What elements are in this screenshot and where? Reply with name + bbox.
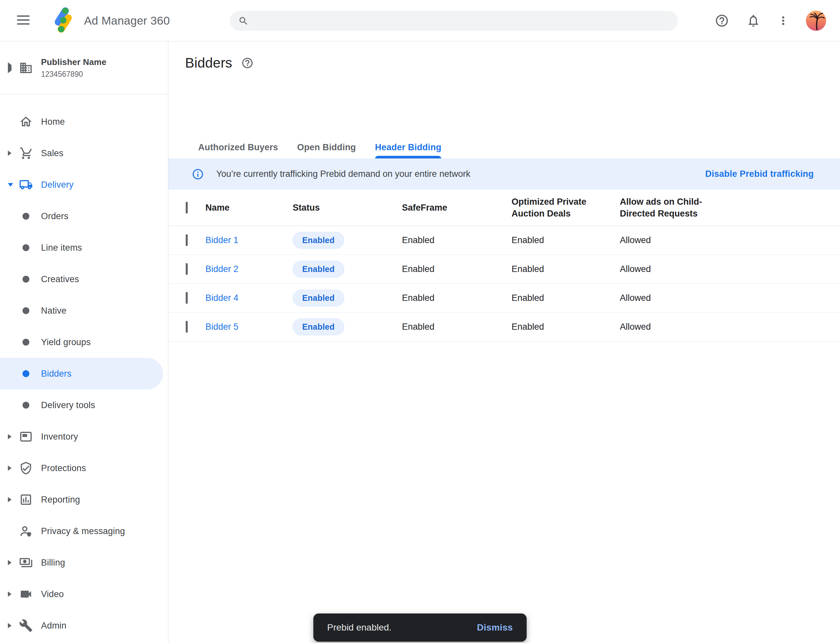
sidebar-item-delivery-tools[interactable]: Delivery tools	[0, 389, 168, 421]
sidebar-item-label: Sales	[41, 148, 64, 158]
row-checkbox[interactable]	[186, 234, 188, 246]
table-row: Bidder 1 Enabled Enabled Enabled Allowed	[168, 226, 840, 255]
sidebar-item-reporting[interactable]: Reporting	[0, 484, 168, 516]
optimized-private-auction-deals-value: Enabled	[512, 235, 620, 245]
hamburger-menu-icon[interactable]	[17, 15, 30, 27]
bidder-name-link[interactable]: Bidder 2	[206, 264, 239, 274]
bullet-icon	[18, 367, 33, 380]
allow-child-directed-value: Allowed	[620, 322, 840, 332]
search-input[interactable]	[256, 16, 673, 26]
sidebar-item-label: Line items	[41, 243, 82, 253]
bidder-name-link[interactable]: Bidder 5	[206, 322, 239, 332]
expand-caret-icon[interactable]	[8, 150, 14, 156]
publisher-name: Publisher Name	[41, 57, 106, 67]
sidebar-item-orders[interactable]: Orders	[0, 201, 168, 232]
optimized-private-auction-deals-value: Enabled	[512, 264, 620, 274]
sidebar-item-label: Video	[41, 589, 64, 599]
tab-authorized-buyers[interactable]: Authorized Buyers	[189, 138, 288, 157]
status-badge: Enabled	[293, 261, 344, 277]
sidebar-item-inventory[interactable]: Inventory	[0, 421, 168, 452]
expand-caret-icon[interactable]	[8, 183, 14, 187]
table-header-row: NameStatusSafeFrameOptimized Private Auc…	[168, 189, 840, 226]
sidebar-item-delivery[interactable]: Delivery	[0, 169, 168, 201]
expand-caret-icon[interactable]	[8, 497, 14, 502]
sidebar-item-sales[interactable]: Sales	[0, 137, 168, 169]
search-icon	[238, 16, 249, 26]
sidebar-item-label: Home	[41, 117, 65, 127]
expand-caret-icon[interactable]	[8, 465, 14, 471]
help-icon[interactable]	[715, 13, 729, 28]
sidebar-item-privacy-messaging[interactable]: Privacy & messaging	[0, 516, 168, 547]
tab-header-bidding[interactable]: Header Bidding	[366, 138, 451, 157]
home-icon	[18, 115, 33, 129]
sidebar-item-home[interactable]: Home	[0, 106, 168, 137]
sidebar-item-line-items[interactable]: Line items	[0, 232, 168, 263]
sidebar-item-label: Reporting	[41, 495, 80, 505]
sidebar-item-label: Delivery	[41, 180, 74, 190]
ad-manager-logo-icon	[49, 5, 77, 35]
expand-caret-icon[interactable]	[8, 560, 14, 565]
page-title-help-icon[interactable]	[241, 57, 253, 69]
sidebar-item-native[interactable]: Native	[0, 295, 168, 326]
chart-icon	[18, 493, 33, 506]
tab-open-bidding[interactable]: Open Bidding	[288, 138, 365, 157]
app-title: Ad Manager 360	[84, 14, 170, 27]
publisher-building-icon	[18, 61, 33, 75]
app-header: Ad Manager 360	[0, 0, 840, 41]
allow-child-directed-value: Allowed	[620, 264, 840, 274]
inventory-icon	[18, 430, 33, 444]
allow-child-directed-value: Allowed	[620, 235, 840, 245]
publisher-switcher[interactable]: Publisher Name 1234567890	[0, 41, 168, 95]
prebid-info-banner: You’re currently trafficking Prebid dema…	[168, 158, 840, 189]
row-checkbox[interactable]	[186, 321, 188, 333]
expand-caret-icon[interactable]	[8, 591, 14, 597]
truck-icon	[18, 178, 33, 192]
table-row: Bidder 2 Enabled Enabled Enabled Allowed	[168, 255, 840, 284]
column-header-safeframe: SafeFrame	[402, 203, 512, 213]
row-checkbox[interactable]	[186, 292, 188, 304]
expand-caret-icon[interactable]	[8, 434, 14, 439]
sidebar-item-label: Inventory	[41, 432, 78, 442]
status-badge: Enabled	[293, 318, 344, 335]
sidebar-item-video[interactable]: Video	[0, 578, 168, 610]
allow-child-directed-value: Allowed	[620, 293, 840, 303]
table-body: Bidder 1 Enabled Enabled Enabled Allowed…	[168, 226, 840, 341]
bullet-icon	[18, 335, 33, 349]
video-icon	[18, 587, 33, 601]
column-header-name: Name	[206, 203, 293, 213]
more-options-kebab-icon[interactable]	[778, 13, 789, 28]
sidebar-item-admin[interactable]: Admin	[0, 610, 168, 641]
sidebar-item-creatives[interactable]: Creatives	[0, 263, 168, 295]
toast-snackbar: Prebid enabled. Dismiss	[313, 614, 527, 642]
row-checkbox[interactable]	[186, 263, 188, 275]
table-row: Bidder 4 Enabled Enabled Enabled Allowed	[168, 284, 840, 313]
billing-icon	[18, 556, 33, 570]
user-avatar[interactable]	[806, 10, 826, 31]
expand-publisher-caret-icon[interactable]	[8, 62, 11, 73]
privacy-icon	[18, 524, 33, 538]
safeframe-value: Enabled	[402, 235, 512, 245]
sidebar-item-protections[interactable]: Protections	[0, 452, 168, 484]
page-title: Bidders	[185, 55, 232, 71]
sidebar-item-label: Delivery tools	[41, 400, 95, 410]
info-icon	[192, 168, 204, 180]
bidder-name-link[interactable]: Bidder 4	[206, 293, 239, 303]
sidebar-nav: Home Sales Delivery Orders Line items Cr…	[0, 95, 168, 641]
bidders-table: NameStatusSafeFrameOptimized Private Auc…	[168, 189, 840, 341]
toast-dismiss-button[interactable]: Dismiss	[477, 622, 513, 633]
notifications-bell-icon[interactable]	[746, 13, 761, 28]
sidebar-item-label: Billing	[41, 558, 65, 568]
select-all-checkbox[interactable]	[186, 202, 188, 214]
safeframe-value: Enabled	[402, 293, 512, 303]
safeframe-value: Enabled	[402, 322, 512, 332]
sidebar-item-yield-groups[interactable]: Yield groups	[0, 326, 168, 358]
search-bar[interactable]	[230, 11, 678, 31]
banner-message: You’re currently trafficking Prebid dema…	[216, 169, 470, 179]
disable-prebid-trafficking-link[interactable]: Disable Prebid trafficking	[705, 169, 814, 179]
main-content: Bidders Authorized BuyersOpen BiddingHea…	[168, 41, 840, 643]
bullet-icon	[18, 241, 33, 255]
sidebar-item-billing[interactable]: Billing	[0, 547, 168, 578]
bidder-name-link[interactable]: Bidder 1	[206, 235, 239, 245]
expand-caret-icon[interactable]	[8, 623, 14, 628]
sidebar-item-bidders[interactable]: Bidders	[0, 358, 163, 389]
